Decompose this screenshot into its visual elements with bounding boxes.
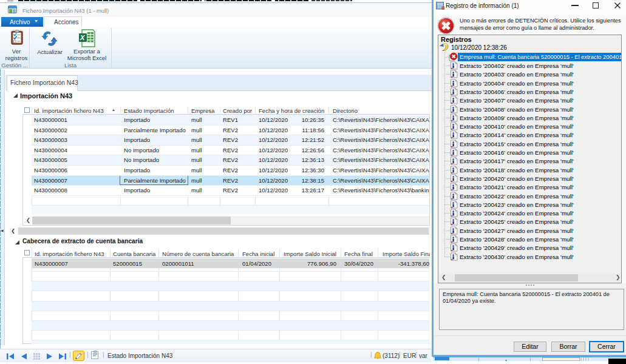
svg-text:X: X <box>80 34 85 41</box>
